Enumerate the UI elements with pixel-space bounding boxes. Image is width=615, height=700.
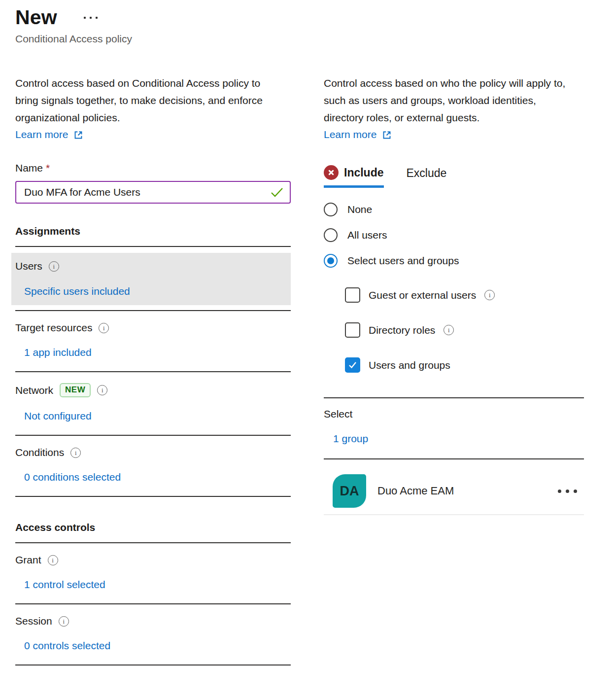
tab-include-label: Include	[344, 166, 384, 179]
radio-option-none[interactable]: None	[324, 203, 584, 216]
selected-group-row: DA Duo Acme EAM	[324, 474, 584, 508]
page-header: New Conditional Access policy	[0, 0, 615, 45]
separator	[15, 665, 291, 665]
radio-option-select-users-groups[interactable]: Select users and groups	[324, 254, 584, 268]
info-icon[interactable]: i	[59, 616, 69, 627]
session-label: Session	[15, 615, 52, 627]
access-controls-heading: Access controls	[15, 522, 291, 533]
info-icon[interactable]: i	[99, 323, 109, 333]
users-label: Users	[15, 260, 42, 272]
select-heading: Select	[324, 408, 584, 420]
separator	[15, 310, 291, 311]
info-icon[interactable]: i	[49, 261, 59, 272]
network-config-link[interactable]: Not configured	[24, 410, 92, 422]
checkbox-guest-external-users[interactable]: Guest or external users i	[345, 287, 584, 303]
radio-icon	[324, 203, 338, 216]
network-section: Network NEW i Not configured	[15, 383, 291, 436]
valid-check-icon	[270, 187, 284, 198]
new-badge: NEW	[60, 383, 91, 397]
page-title: New	[15, 6, 57, 29]
error-badge-icon	[324, 165, 339, 180]
group-name: Duo Acme EAM	[377, 485, 454, 497]
checkbox-directory-roles[interactable]: Directory roles i	[345, 322, 584, 338]
include-exclude-tabs: Include Exclude	[324, 165, 584, 188]
group-more-menu-icon[interactable]	[558, 486, 577, 497]
checkbox-icon	[345, 322, 360, 338]
policy-name-input[interactable]	[15, 181, 291, 204]
apps-included-link[interactable]: 1 app included	[24, 347, 92, 358]
users-assignment-column: Control access based on who the policy w…	[324, 74, 584, 665]
info-icon[interactable]: i	[70, 448, 81, 458]
learn-more-link[interactable]: Learn more	[324, 126, 393, 142]
group-count-link[interactable]: 1 group	[333, 433, 368, 445]
separator	[15, 371, 291, 372]
info-icon[interactable]: i	[48, 555, 58, 565]
conditions-section: Conditions i 0 conditions selected	[15, 447, 291, 497]
more-menu-icon[interactable]	[83, 14, 99, 22]
info-icon[interactable]: i	[444, 325, 454, 335]
users-section-highlighted: Users i Specific users included	[11, 253, 291, 305]
learn-more-link[interactable]: Learn more	[15, 126, 84, 142]
separator	[15, 435, 291, 436]
name-field-label: Name*	[15, 162, 291, 174]
separator	[324, 514, 584, 515]
separator	[15, 246, 291, 247]
radio-selected-icon	[324, 254, 338, 268]
external-link-icon	[381, 129, 393, 141]
conditions-selected-link[interactable]: 0 conditions selected	[24, 471, 121, 483]
radio-icon	[324, 228, 338, 242]
conditions-label: Conditions	[15, 447, 64, 458]
checkbox-users-and-groups[interactable]: Users and groups	[345, 357, 584, 373]
session-section: Session i 0 controls selected	[15, 615, 291, 665]
assignment-intro-text: Control access based on who the policy w…	[324, 74, 573, 126]
grant-section: Grant i 1 control selected	[15, 554, 291, 604]
separator	[15, 603, 291, 604]
grant-controls-link[interactable]: 1 control selected	[24, 579, 105, 591]
tab-exclude-label: Exclude	[407, 167, 447, 180]
required-asterisk: *	[46, 162, 50, 174]
include-options-radio-group: None All users Select users and groups	[324, 203, 584, 268]
assignments-heading: Assignments	[15, 225, 291, 237]
users-included-link[interactable]: Specific users included	[24, 285, 130, 297]
info-icon[interactable]: i	[484, 290, 495, 300]
grant-label: Grant	[15, 554, 41, 566]
checkbox-checked-icon	[345, 357, 360, 373]
page-subtitle: Conditional Access policy	[15, 33, 615, 45]
separator	[324, 458, 584, 459]
learn-more-label: Learn more	[324, 129, 376, 140]
tab-exclude[interactable]: Exclude	[407, 167, 447, 188]
tab-include[interactable]: Include	[324, 165, 384, 188]
separator	[15, 496, 291, 497]
conditional-access-new-policy-page: New Conditional Access policy Control ac…	[0, 0, 615, 700]
policy-intro-text: Control access based on Conditional Acce…	[15, 74, 264, 126]
learn-more-label: Learn more	[15, 129, 68, 140]
external-link-icon	[72, 129, 84, 141]
group-avatar: DA	[333, 474, 366, 508]
checkbox-icon	[345, 287, 360, 303]
policy-settings-column: Control access based on Conditional Acce…	[15, 74, 291, 665]
separator	[15, 542, 291, 543]
network-label: Network	[15, 385, 53, 396]
target-resources-label: Target resources	[15, 322, 92, 334]
target-resources-section: Target resources i 1 app included	[15, 322, 291, 372]
separator	[324, 397, 584, 398]
info-icon[interactable]: i	[97, 385, 107, 395]
session-controls-link[interactable]: 0 controls selected	[24, 640, 110, 652]
radio-option-all-users[interactable]: All users	[324, 228, 584, 242]
